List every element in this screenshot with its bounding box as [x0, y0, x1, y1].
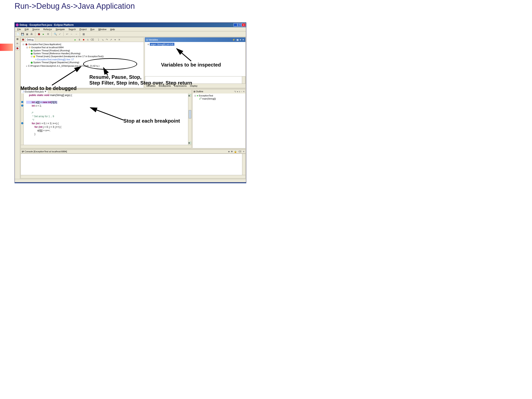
- arrow-method: [50, 64, 85, 87]
- scroll-up-icon[interactable]: ▴: [189, 94, 191, 97]
- annotation-stepfilter: Step Filter, Step into, Step over, Step …: [89, 80, 192, 86]
- minimize-button[interactable]: _: [234, 23, 237, 27]
- breakpoint-marker[interactable]: [21, 122, 23, 124]
- hide-static-icon[interactable]: s: [239, 90, 240, 93]
- debug-icon[interactable]: 🐞: [37, 32, 41, 36]
- var-toggle-icon[interactable]: ⚡: [232, 38, 235, 41]
- forward-icon[interactable]: →: [74, 32, 78, 36]
- sort-icon[interactable]: ᴬz: [234, 90, 236, 93]
- bottom-accent: [14, 183, 246, 183]
- run-icon[interactable]: ▸: [42, 32, 45, 36]
- debug-close-icon[interactable]: ✕: [118, 38, 121, 41]
- accent-bar: [0, 44, 13, 51]
- console-close-icon[interactable]: ✕: [243, 150, 245, 153]
- disconnect-icon[interactable]: ⎋: [86, 38, 89, 41]
- step-return-icon[interactable]: ↗: [109, 38, 112, 41]
- annotation-method: Method to be debugged: [20, 85, 77, 91]
- annotation-variables: Variables to be inspected: [161, 62, 221, 68]
- menu-refactor[interactable]: Refactor: [42, 28, 54, 31]
- tree-thread: System Thread [Reference Handler] (Runni…: [22, 52, 143, 55]
- menu-navigate[interactable]: Navigate: [54, 28, 66, 31]
- arrow-variables: [175, 47, 193, 63]
- editor-hscroll[interactable]: [21, 145, 191, 148]
- breakpoint-marker[interactable]: [21, 105, 23, 107]
- tree-thread: System Thread [Finalizer] (Running): [22, 49, 143, 52]
- console-lock-icon[interactable]: 🔒: [234, 150, 237, 153]
- step-into-icon[interactable]: ↘: [101, 38, 104, 41]
- step-filter-icon[interactable]: ⤵: [97, 38, 100, 41]
- hide-local-icon[interactable]: ○: [241, 90, 242, 93]
- menu-file[interactable]: File: [16, 28, 23, 31]
- new-icon[interactable]: 📄: [16, 32, 20, 36]
- open-type-icon[interactable]: 🔍: [53, 32, 57, 36]
- main-toolbar: 📄 💾 ▣ 🖶 🐞 ▸ ⚙ 🔍 ✓ ↩ ← → ▦: [15, 31, 246, 37]
- console-body[interactable]: [21, 154, 246, 178]
- console-title: Console [ExceptionTest at localhost:6884…: [25, 150, 67, 153]
- var-close-icon[interactable]: ✕: [242, 38, 244, 41]
- menu-search[interactable]: Search: [67, 28, 77, 31]
- save-icon[interactable]: 💾: [21, 32, 24, 36]
- eclipse-window: Debug - ExceptionTest.java - Eclipse Pla…: [14, 22, 246, 183]
- debug-view-title: Debug: [25, 38, 35, 41]
- var-tree-icon[interactable]: ▦: [236, 38, 239, 41]
- console-remove-icon[interactable]: ✱: [231, 150, 233, 153]
- variable-args: args= String[0] (id=14): [150, 43, 174, 46]
- menu-help[interactable]: Help: [108, 28, 117, 31]
- tree-app: ⊟ 🐞 ExceptionTest [Java Application]: [22, 43, 143, 46]
- step-over-icon[interactable]: ↷: [105, 38, 108, 41]
- outline-title: Outline: [196, 90, 203, 93]
- title-bar: Debug - ExceptionTest.java - Eclipse Pla…: [15, 23, 246, 27]
- remove-icon[interactable]: ⌫: [90, 38, 93, 41]
- scroll-down-icon[interactable]: ▾: [189, 141, 191, 145]
- outline-close-icon[interactable]: ✕: [243, 90, 245, 93]
- svg-line-5: [177, 49, 191, 61]
- open-perspective-icon[interactable]: ⊞: [16, 37, 19, 41]
- suspend-icon[interactable]: ⏸: [78, 38, 81, 41]
- eclipse-icon: [16, 24, 19, 26]
- svg-line-7: [90, 108, 124, 120]
- perspective-bar: ⊞ ☕ 🐞: [15, 37, 20, 182]
- resume-icon[interactable]: ▸: [74, 38, 77, 41]
- back-icon[interactable]: ←: [70, 32, 74, 36]
- terminate-icon[interactable]: ■: [82, 38, 85, 41]
- outline-tree[interactable]: ⊟ ● ExceptionTest ●S main(String[]): [193, 94, 245, 101]
- menu-source[interactable]: Source: [31, 28, 41, 31]
- menu-project[interactable]: Project: [78, 28, 88, 31]
- variables-content[interactable]: ⊕ args= String[0] (id=14): [145, 42, 245, 76]
- tree-target: ⊟ ⚙ ExceptionTest at localhost:6884: [22, 46, 143, 49]
- hide-fields-icon[interactable]: ●: [237, 90, 238, 93]
- maximize-button[interactable]: ❐: [238, 23, 241, 27]
- annotation-ellipse: [83, 58, 137, 70]
- console-row: 🖳 Console [ExceptionTest at localhost:68…: [20, 149, 246, 182]
- annotation-resume: Resume, Pause, Stop,: [89, 74, 141, 80]
- menu-edit[interactable]: Edit: [23, 28, 30, 31]
- debug-perspective-icon[interactable]: 🐞: [16, 46, 19, 50]
- save-all-icon[interactable]: ▣: [25, 32, 29, 36]
- slide-title: Run->Debug As->Java Application: [14, 2, 135, 11]
- console-icon: 🖳: [22, 150, 24, 153]
- java-perspective-icon[interactable]: ☕: [16, 42, 19, 45]
- close-button[interactable]: ✕: [242, 23, 246, 27]
- search-icon[interactable]: ✓: [58, 32, 62, 36]
- last-edit-icon[interactable]: ↩: [65, 32, 69, 36]
- console-clear-icon[interactable]: ⌫: [238, 150, 241, 153]
- variables-title: Variables: [149, 38, 158, 41]
- arrow-stop: [88, 106, 126, 122]
- menubar: File Edit Source Refactor Navigate Searc…: [15, 27, 246, 31]
- tree-thread-suspended: ⊟ Thread [main] (Suspended (breakpoint a…: [22, 55, 143, 58]
- outline-icon: ⊞: [193, 90, 195, 93]
- debug-toolbar: ▸ ⏸ ■ ⎋ ⌫ ⤵ ↘ ↷ ↗ ▾ ✕: [74, 38, 121, 41]
- scroll-thumb[interactable]: [189, 110, 191, 119]
- window-title: Debug - ExceptionTest.java - Eclipse Pla…: [19, 24, 74, 26]
- ext-tools-icon[interactable]: ⚙: [46, 32, 50, 36]
- menu-run[interactable]: Run: [89, 28, 96, 31]
- console-terminate-icon[interactable]: ■: [228, 150, 230, 153]
- drop-frame-icon[interactable]: ▾: [114, 38, 117, 41]
- toggle-icon[interactable]: ▦: [82, 32, 85, 36]
- variables-icon: ⊡: [146, 38, 148, 41]
- menu-window[interactable]: Window: [97, 28, 108, 31]
- breakpoint-marker[interactable]: [21, 101, 23, 103]
- print-icon[interactable]: 🖶: [30, 32, 33, 36]
- var-menu-icon[interactable]: ▾: [240, 38, 241, 41]
- svg-line-1: [52, 66, 81, 85]
